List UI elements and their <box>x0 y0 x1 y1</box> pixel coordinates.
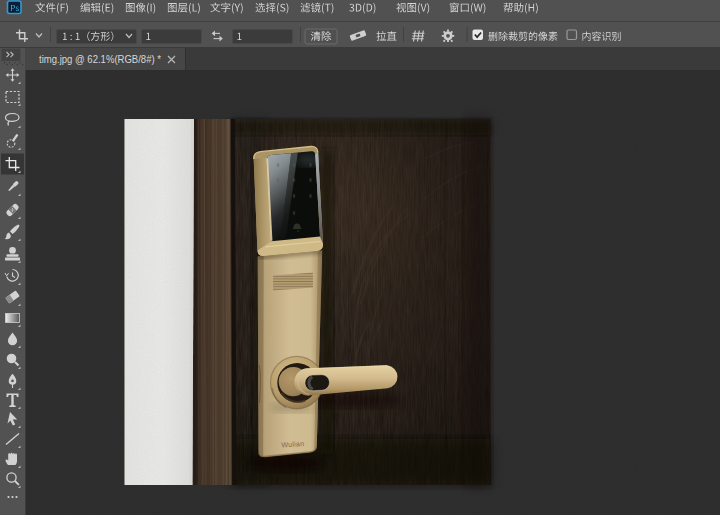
svg-text:timg.jpg @ 62.1%(RGB/8#) *: timg.jpg @ 62.1%(RGB/8#) * <box>39 53 161 65</box>
svg-text:Wulian: Wulian <box>281 439 305 450</box>
